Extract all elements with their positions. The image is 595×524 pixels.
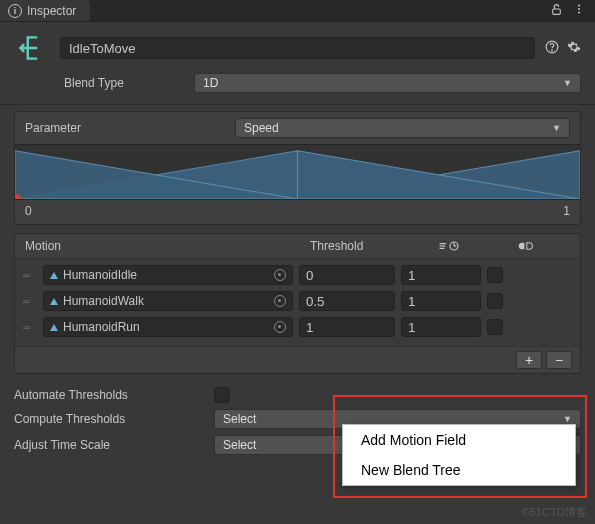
more-icon[interactable]: [573, 3, 585, 19]
blend-tree-name-input[interactable]: [60, 37, 535, 59]
header: [0, 22, 595, 70]
object-picker-icon[interactable]: [274, 295, 286, 307]
blend-type-label: Blend Type: [64, 76, 184, 90]
watermark: ©51CTO博客: [522, 505, 587, 520]
header-threshold: Threshold: [310, 239, 418, 253]
motion-table-footer: + −: [15, 346, 580, 373]
motion-row: ═HumanoidIdle: [23, 262, 572, 288]
context-menu: Add Motion Field New Blend Tree: [342, 424, 576, 486]
speed-field[interactable]: [401, 317, 481, 337]
settings-icon[interactable]: [567, 40, 581, 57]
motion-clip-name: HumanoidWalk: [63, 294, 144, 308]
motion-clip-field[interactable]: HumanoidRun: [43, 317, 293, 337]
threshold-field[interactable]: [299, 317, 395, 337]
object-picker-icon[interactable]: [274, 321, 286, 333]
speed-field[interactable]: [401, 291, 481, 311]
svg-point-2: [578, 8, 580, 10]
svg-rect-0: [553, 8, 561, 13]
parameter-label: Parameter: [25, 121, 225, 135]
tab-title: Inspector: [27, 4, 76, 18]
drag-handle-icon[interactable]: ═: [23, 270, 37, 281]
animation-clip-icon: [50, 298, 58, 305]
speed-field[interactable]: [401, 265, 481, 285]
threshold-field[interactable]: [299, 265, 395, 285]
automate-thresholds-checkbox[interactable]: [214, 387, 230, 403]
animation-clip-icon: [50, 324, 58, 331]
motion-row: ═HumanoidWalk: [23, 288, 572, 314]
drag-handle-icon[interactable]: ═: [23, 296, 37, 307]
svg-point-5: [552, 50, 553, 51]
blend-type-dropdown[interactable]: 1D ▼: [194, 73, 581, 93]
motion-row: ═HumanoidRun: [23, 314, 572, 340]
drag-handle-icon[interactable]: ═: [23, 322, 37, 333]
object-picker-icon[interactable]: [274, 269, 286, 281]
blend-tree-icon: [14, 30, 50, 66]
mirror-checkbox[interactable]: [487, 319, 503, 335]
mirror-checkbox[interactable]: [487, 293, 503, 309]
tab-bar: i Inspector: [0, 0, 595, 22]
chevron-down-icon: ▼: [552, 123, 561, 133]
remove-motion-button[interactable]: −: [546, 351, 572, 369]
blend-diagram[interactable]: [15, 144, 580, 200]
automate-thresholds-label: Automate Thresholds: [14, 388, 204, 402]
header-mirror-icon: [482, 239, 570, 253]
parameter-dropdown[interactable]: Speed ▼: [235, 118, 570, 138]
info-icon: i: [8, 4, 22, 18]
help-icon[interactable]: [545, 40, 559, 57]
lock-icon[interactable]: [550, 3, 563, 19]
parameter-value: Speed: [244, 121, 279, 135]
compute-thresholds-label: Compute Thresholds: [14, 412, 204, 426]
svg-point-1: [578, 4, 580, 6]
separator: [0, 104, 595, 105]
blend-type-value: 1D: [203, 76, 218, 90]
motion-table-header: Motion Threshold: [15, 234, 580, 259]
menu-add-motion-field[interactable]: Add Motion Field: [343, 425, 575, 455]
adjust-time-scale-label: Adjust Time Scale: [14, 438, 204, 452]
header-motion: Motion: [25, 239, 310, 253]
chevron-down-icon: ▼: [563, 414, 572, 424]
threshold-field[interactable]: [299, 291, 395, 311]
motion-clip-field[interactable]: HumanoidIdle: [43, 265, 293, 285]
adjust-time-scale-value: Select: [223, 438, 256, 452]
chevron-down-icon: ▼: [563, 78, 572, 88]
motion-clip-name: HumanoidRun: [63, 320, 140, 334]
blend-type-row: Blend Type 1D ▼: [0, 70, 595, 96]
mirror-checkbox[interactable]: [487, 267, 503, 283]
axis-min: 0: [25, 204, 32, 218]
menu-new-blend-tree[interactable]: New Blend Tree: [343, 455, 575, 485]
motion-clip-field[interactable]: HumanoidWalk: [43, 291, 293, 311]
parameter-section: Parameter Speed ▼ 0 1: [14, 111, 581, 225]
motion-clip-name: HumanoidIdle: [63, 268, 137, 282]
add-motion-button[interactable]: +: [516, 351, 542, 369]
motion-table: Motion Threshold ═HumanoidIdle═HumanoidW…: [14, 233, 581, 374]
axis-max: 1: [563, 204, 570, 218]
inspector-tab[interactable]: i Inspector: [0, 0, 90, 21]
compute-thresholds-value: Select: [223, 412, 256, 426]
header-speed-icon: [418, 239, 482, 253]
svg-point-3: [578, 11, 580, 13]
animation-clip-icon: [50, 272, 58, 279]
